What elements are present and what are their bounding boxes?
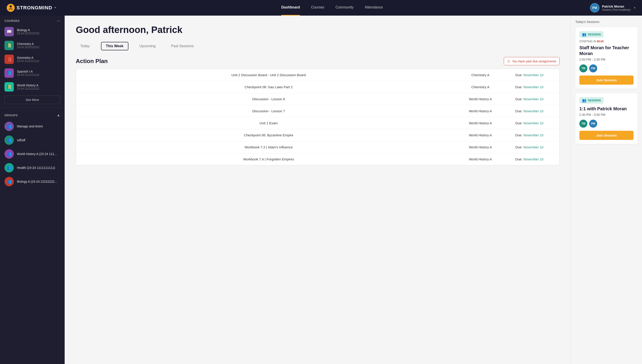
starting-in-1: STARTING IN 00:00 [579,40,633,43]
avatar-pm-1: PM [589,64,597,72]
chevron-down-icon: ▾ [634,6,635,9]
table-row[interactable]: Workbook 7.4 | Forgotten Empires World H… [76,153,559,165]
group-name: Biology A (23-24 22222222... [17,180,57,183]
action-plan-title: Action Plan [76,58,108,64]
course-name: Chemistry A [17,42,60,46]
session-icon-1: 👥 [582,32,586,36]
logo-tm: ™ [54,7,56,9]
todays-sessions-header: Today's Sessions [575,20,637,24]
sidebar-item-sdfsdf[interactable]: 👥 sdfsdf [0,133,65,147]
sidebar-item-health[interactable]: 👥 Health (23-24 1111111111) [0,161,65,175]
courses-section-header: COURSES [0,16,65,25]
tab-past-sessions[interactable]: Past Sessions [167,42,198,50]
sidebar-item-world-history[interactable]: 📗 World History A 23-24 1111111111 [0,80,65,94]
world-history-icon: 📗 [5,82,14,92]
course-code: 23-24 1111111111 [17,60,60,62]
logo[interactable]: STRONGMIND™ [7,4,56,12]
nav-attendance[interactable]: Attendance [365,5,383,10]
session-title-1: Staff Moran for Teacher Moran [579,45,633,56]
assignment-name: Workbook 7.3 | Islam's Influence [81,145,456,149]
sidebar-item-manago[interactable]: 👥 Manago and Animi [0,120,65,133]
assignment-course: Chemistry A [456,73,505,77]
logo-icon [7,4,15,12]
group-icon-manago: 👥 [5,122,14,131]
nav-courses[interactable]: Courses [311,5,325,10]
group-icon-wh: 👥 [5,149,14,158]
sidebar-item-biology[interactable]: 📖 Biology A 23-24 2222222222 [0,25,65,38]
session-card-2: 👥 SESSION 1:1 with Patrick Moran 2:30 PM… [575,93,637,144]
due-date: November 10 [523,73,543,77]
avatar-tm-2: TM [579,120,587,128]
session-time-2: 2:30 PM - 3:00 PM [579,113,633,116]
group-icon-bio: 👥 [5,177,14,186]
user-info: Patrick Moran Student (Test Academy) [602,4,630,11]
sidebar-item-biology-group[interactable]: 👥 Biology A (23-24 22222222... [0,175,65,188]
table-row[interactable]: Unit 2 Discussion Board - Unit 2 Discuss… [76,69,559,81]
session-icon-2: 👥 [582,98,586,102]
groups-collapse-icon[interactable]: ▲ [57,113,60,117]
session-avatars-2: TM PM [579,120,633,128]
avatar-pair-1: TM PM [579,64,597,72]
sidebar-item-geometry[interactable]: 📕 Geometry A 23-24 1111111111 [0,52,65,66]
biology-icon: 📖 [5,27,14,36]
sidebar-item-spanish[interactable]: 📘 Spanish I A 23-24 1111111111 [0,66,65,80]
course-code: 23-24 1111111111 [17,87,60,90]
course-name: Biology A [17,28,60,32]
assignment-course: World History A [456,133,505,137]
sidebar-item-chemistry[interactable]: 📗 Chemistry A 23-24 2222222222 [0,38,65,52]
course-name: Geometry A [17,56,60,60]
table-row[interactable]: Discussion - Lesson 6 World History A Du… [76,93,559,105]
tab-this-week[interactable]: This Week [101,42,128,50]
table-row[interactable]: Workbook 7.3 | Islam's Influence World H… [76,141,559,153]
assignment-course: World History A [456,121,505,125]
assignment-due: Due: November 10 [505,157,554,161]
nav-dashboard[interactable]: Dashboard [281,5,300,10]
past-due-badge: ⚠ You have past due assignments [504,57,559,65]
assignment-due: Due: November 10 [505,109,554,113]
due-date: November 10 [523,97,543,101]
group-name: sdfsdf [17,138,25,142]
see-more-button[interactable]: See More [5,96,60,104]
assignment-name: Unit 2 Discussion Board - Unit 2 Discuss… [81,73,456,77]
group-icon-sdfsdf: 👥 [5,136,14,145]
starting-in-time-1: 00:00 [597,40,604,43]
user-menu[interactable]: PM Patrick Moran Student (Test Academy) … [590,3,635,12]
chemistry-icon: 📗 [5,41,14,50]
tab-today[interactable]: Today [76,42,94,50]
due-date: November 10 [523,157,543,161]
table-row[interactable]: Checkpoint 08: Gas Laws Part 2 Chemistry… [76,81,559,93]
assignments-table: Unit 2 Discussion Board - Unit 2 Discuss… [76,69,559,165]
svg-point-0 [7,4,15,12]
table-row[interactable]: Discussion - Lesson 7 World History A Du… [76,105,559,117]
course-code: 23-24 2222222222 [17,32,60,35]
group-name: Health (23-24 1111111111) [17,166,55,170]
starting-in-label-1: STARTING IN [579,40,596,43]
action-plan-header: Action Plan ⚠ You have past due assignme… [76,57,559,65]
table-row[interactable]: Checkpoint 06: Byzantine Empire World Hi… [76,129,559,141]
svg-point-1 [10,5,12,8]
main-layout: COURSES 📖 Biology A 23-24 2222222222 📗 C… [0,16,642,364]
table-row[interactable]: Unit 1 Exam World History A Due: Novembe… [76,117,559,129]
join-session-button-2[interactable]: Join Session [579,131,633,140]
nav-community[interactable]: Community [335,5,354,10]
assignment-due: Due: November 10 [505,73,554,77]
course-code: 23-24 1111111111 [17,73,60,76]
user-subtitle: Student (Test Academy) [602,8,630,11]
groups-label: GROUPS [5,114,18,117]
course-code: 23-24 2222222222 [17,46,60,49]
geometry-icon: 📕 [5,54,14,64]
due-date: November 10 [523,133,543,137]
assignment-course: World History A [456,145,505,149]
warning-icon: ⚠ [507,59,510,63]
due-date: November 10 [523,109,543,113]
avatar: PM [590,3,599,12]
right-panel: Today's Sessions 👥 SESSION STARTING IN 0… [571,16,642,364]
tab-upcoming[interactable]: Upcoming [135,42,160,50]
groups-section-header: GROUPS ▲ [0,110,65,120]
join-session-button-1[interactable]: Join Session [579,76,633,85]
assignment-due: Due: November 10 [505,97,554,101]
avatar-pair-2: TM PM [579,120,597,128]
group-name: World History A (23-24 111... [17,152,57,156]
sidebar-item-world-history-group[interactable]: 👥 World History A (23-24 111... [0,147,65,161]
due-date: November 10 [523,85,543,89]
